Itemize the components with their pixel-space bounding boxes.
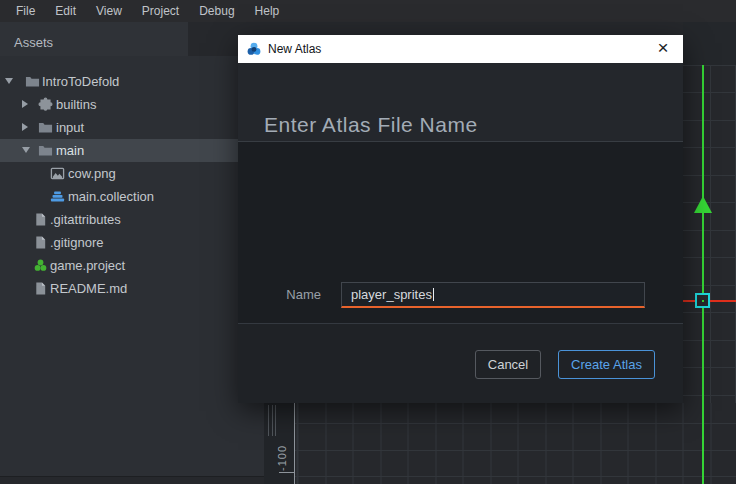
image-icon — [50, 166, 65, 181]
dialog-title: New Atlas — [268, 42, 321, 56]
tree-item-label: game.project — [50, 258, 125, 273]
tree-item-game-project[interactable]: game.project — [0, 254, 264, 277]
folder-icon — [38, 143, 53, 158]
dialog-form: Name player_sprites Location main ... Pr… — [238, 142, 683, 323]
tree-item-label: README.md — [50, 281, 127, 296]
menu-item-view[interactable]: View — [86, 0, 132, 22]
scene-ruler: -100 — [264, 403, 295, 484]
y-axis-line-lower — [702, 403, 704, 484]
menu-item-edit[interactable]: Edit — [45, 0, 86, 22]
ruler-grip-line — [268, 405, 269, 436]
ruler-grip-line — [275, 405, 276, 436]
menu-item-project[interactable]: Project — [132, 0, 189, 22]
cancel-button[interactable]: Cancel — [475, 350, 541, 379]
menu-bar: FileEditViewProjectDebugHelp — [0, 0, 736, 22]
origin-selection-box[interactable] — [695, 293, 710, 308]
tree-item-main-collection[interactable]: main.collection — [0, 185, 264, 208]
close-icon[interactable]: × — [651, 35, 675, 63]
tree-item-input[interactable]: input — [0, 116, 264, 139]
defold-icon — [33, 258, 48, 273]
tree-item-label: input — [56, 120, 84, 135]
origin-dot — [702, 300, 704, 302]
chevron-down-icon[interactable] — [5, 78, 13, 84]
move-gizmo-arrow-icon[interactable] — [694, 196, 712, 213]
tree-item-builtins[interactable]: builtins — [0, 93, 264, 116]
menu-item-debug[interactable]: Debug — [189, 0, 244, 22]
tree-item-label: main.collection — [68, 189, 154, 204]
menu-item-file[interactable]: File — [6, 0, 45, 22]
ruler-tick — [279, 472, 294, 473]
collection-icon — [50, 189, 65, 204]
tree-item-label: builtins — [56, 97, 96, 112]
name-value: player_sprites — [351, 287, 432, 302]
assets-panel-title: Assets — [14, 35, 53, 50]
scene-view-top-strip — [683, 22, 736, 65]
atlas-icon — [246, 41, 262, 57]
y-axis-line — [702, 65, 704, 403]
new-atlas-dialog: New Atlas × Enter Atlas File Name Name p… — [238, 35, 683, 403]
dialog-titlebar[interactable]: New Atlas × — [238, 35, 683, 63]
tree-item-label: IntroToDefold — [42, 74, 119, 89]
tree-item-gitignore[interactable]: .gitignore — [0, 231, 264, 254]
dialog-heading: Enter Atlas File Name — [264, 113, 478, 137]
tree-item-IntroToDefold[interactable]: IntroToDefold — [0, 70, 264, 93]
dialog-footer: Cancel Create Atlas — [238, 323, 683, 403]
tree-item-label: cow.png — [68, 166, 116, 181]
chevron-down-icon[interactable] — [22, 147, 30, 153]
assets-panel: Assets IntroToDefoldbuiltinsinputmaincow… — [0, 22, 264, 484]
tree-item-label: .gitattributes — [50, 212, 121, 227]
folder-icon — [38, 120, 53, 135]
ruler-grip-line — [272, 405, 273, 436]
chevron-right-icon[interactable] — [22, 100, 28, 108]
name-label: Name — [238, 282, 321, 308]
name-input[interactable]: player_sprites — [341, 282, 645, 308]
file-icon — [33, 281, 48, 296]
panel-bottom-strip — [0, 477, 264, 484]
tree-item-gitattributes[interactable]: .gitattributes — [0, 208, 264, 231]
scene-grid-right[interactable] — [683, 65, 736, 403]
tree-item-cow-png[interactable]: cow.png — [0, 162, 264, 185]
create-atlas-button[interactable]: Create Atlas — [558, 350, 655, 379]
tree-item-label: .gitignore — [50, 235, 103, 250]
dialog-header: Enter Atlas File Name — [238, 63, 683, 142]
chevron-right-icon[interactable] — [22, 123, 28, 131]
tree-item-main[interactable]: main — [0, 139, 264, 162]
file-icon — [33, 212, 48, 227]
ruler-edge-line — [294, 403, 295, 484]
puzzle-icon — [38, 97, 53, 112]
tree-item-README-md[interactable]: README.md — [0, 277, 264, 300]
text-caret — [433, 288, 434, 301]
tree-item-label: main — [56, 143, 84, 158]
menu-item-help[interactable]: Help — [245, 0, 290, 22]
file-icon — [33, 235, 48, 250]
defold-editor-window: FileEditViewProjectDebugHelp -100 Assets… — [0, 0, 736, 484]
folder-icon — [25, 74, 40, 89]
scene-grid-bottom[interactable] — [295, 403, 736, 484]
